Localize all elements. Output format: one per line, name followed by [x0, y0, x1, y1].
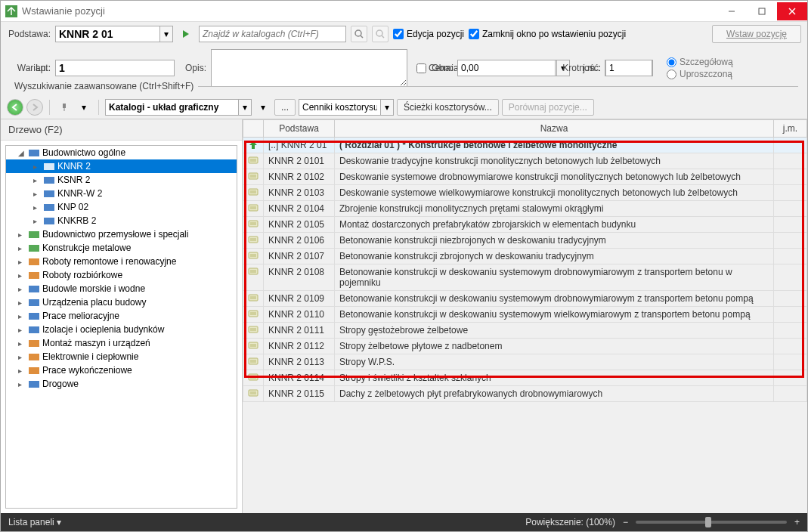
dropdown-icon[interactable]: ▾ [255, 99, 271, 116]
cell-name: Dachy z żelbetowych płyt prefabrykowanyc… [335, 386, 774, 402]
tree-item[interactable]: ▸Roboty remontowe i renowacyjne [6, 255, 237, 268]
worker-orange-icon [28, 256, 40, 267]
dropdown-icon[interactable]: ▾ [76, 99, 92, 116]
table-row[interactable]: [..] KNNR 2 01( Rozdział 01 ) * Konstruk… [243, 138, 807, 153]
cell-code: KNNR 2 0111 [264, 323, 335, 339]
svg-rect-14 [44, 190, 54, 197]
svg-rect-47 [249, 252, 258, 258]
table-row[interactable]: KNNR 2 0114Stropy i świetliki z kształte… [243, 370, 807, 386]
table-row[interactable]: KNNR 2 0105Montaż dostarczonych prefabry… [243, 217, 807, 233]
tree-item[interactable]: ▸KNNR-W 2 [6, 187, 237, 200]
zoom-slider[interactable] [636, 521, 787, 524]
cell-jm [774, 169, 807, 185]
table-row[interactable]: KNNR 2 0108Betonowanie konstrukcji w des… [243, 264, 807, 291]
cell-name: Stropy gęstożebrowe żelbetowe [335, 323, 774, 339]
lista-paneli-button[interactable]: Lista paneli ▾ [8, 517, 61, 527]
col-podstawa[interactable]: Podstawa [264, 120, 335, 138]
cell-jm [774, 323, 807, 339]
tree-item[interactable]: ▸KNNR 2 [6, 159, 237, 173]
table-row[interactable]: KNNR 2 0110Betonowanie konstrukcji w des… [243, 307, 807, 323]
form-row-3: Lp.: Cena: Krotność: [1, 57, 807, 79]
search-icon[interactable] [351, 26, 367, 42]
tree-item[interactable]: ▸KSNR 2 [6, 173, 237, 187]
table-row[interactable]: KNNR 2 0102Deskowanie systemowe drobnowy… [243, 169, 807, 185]
table-row[interactable]: KNNR 2 0107Betonowanie konstrukcji zbroj… [243, 249, 807, 264]
zoom-out-icon[interactable]: − [623, 517, 628, 527]
table-row[interactable]: KNNR 2 0109Betonowanie konstrukcji w des… [243, 291, 807, 307]
zamknij-checkbox[interactable]: Zamknij okno po wstawieniu pozycji [469, 29, 626, 39]
tree-item[interactable]: ▸Budownictwo przemysłowe i specjali [6, 227, 237, 241]
tree-item[interactable]: ▸Konstrukcje metalowe [6, 241, 237, 255]
cena-input[interactable] [457, 60, 556, 76]
table-row[interactable]: KNNR 2 0104Zbrojenie konstrukcji monolit… [243, 201, 807, 217]
tree-item[interactable]: ▸Budowle morskie i wodne [6, 282, 237, 295]
tree-item[interactable]: ▸Prace wykończeniowe [6, 363, 237, 377]
table-row[interactable]: KNNR 2 0106Betonowanie konstrukcji niezb… [243, 233, 807, 249]
wstaw-button[interactable]: Wstaw pozycję [712, 25, 801, 43]
tree-item[interactable]: ▸Drogowe [6, 377, 237, 391]
road-blue-icon [28, 379, 40, 389]
tree-item[interactable]: ▸Roboty rozbiórkowe [6, 268, 237, 282]
tree-box: ◢Budownictwo ogólne▸KNNR 2▸KSNR 2▸KNNR-W… [5, 145, 237, 509]
minimize-button[interactable] [717, 2, 747, 20]
tree-item[interactable]: ◢Budownictwo ogólne [6, 146, 237, 159]
chevron-down-icon[interactable]: ▾ [159, 26, 173, 42]
svg-rect-44 [249, 237, 258, 243]
lp-input[interactable] [55, 60, 175, 76]
col-jm[interactable]: j.m. [774, 120, 807, 138]
forward-icon[interactable] [26, 99, 43, 116]
catalog-search-input[interactable] [199, 26, 346, 42]
table-row[interactable]: KNNR 2 0113Stropy W.P.S. [243, 354, 807, 370]
col-nazwa[interactable]: Nazwa [335, 120, 774, 138]
cenniki-select[interactable]: ▾ [299, 99, 394, 116]
zoom-in-icon[interactable]: + [794, 517, 800, 527]
table-row[interactable]: KNNR 2 0101Deskowanie tradycyjne konstru… [243, 153, 807, 169]
search-next-icon[interactable] [372, 26, 389, 42]
play-icon[interactable] [178, 26, 194, 42]
sciezki-button[interactable]: Ścieżki kosztorysów... [397, 99, 499, 116]
tree-item[interactable]: ▸KNKRB 2 [6, 214, 237, 227]
svg-rect-56 [249, 311, 258, 317]
podstawa-input[interactable] [55, 26, 159, 42]
table-row[interactable]: KNNR 2 0111Stropy gęstożebrowe żelbetowe [243, 323, 807, 339]
cena-label: Cena: [415, 63, 453, 73]
table-row[interactable]: KNNR 2 0112Stropy żelbetowe płytowe z na… [243, 339, 807, 354]
svg-rect-17 [29, 231, 39, 238]
more-button[interactable]: ... [274, 99, 296, 116]
row-icon [243, 354, 264, 370]
tree-item[interactable]: ▸Izolacje i ocieplenia budynków [6, 323, 237, 336]
podstawa-combo[interactable]: ▾ [55, 26, 173, 42]
maximize-button[interactable] [747, 2, 777, 20]
tree-item-label: Elektrownie i ciepłownie [42, 351, 138, 362]
table-row[interactable]: KNNR 2 0115Dachy z żelbetowych płyt pref… [243, 386, 807, 402]
back-icon[interactable] [7, 99, 23, 116]
row-icon [243, 233, 264, 249]
table-row[interactable]: KNNR 2 0103Deskowanie systemowe wielkowy… [243, 185, 807, 201]
tree-item[interactable]: ▸KNP 02 [6, 200, 237, 214]
edycja-checkbox[interactable]: Edycja pozycji [393, 29, 464, 39]
svg-rect-27 [29, 367, 39, 374]
tree-title: Drzewo (F2) [1, 119, 242, 141]
tree-item[interactable]: ▸Prace melioracyjne [6, 309, 237, 323]
pin-icon[interactable] [56, 99, 73, 116]
cell-name: Betonowanie konstrukcji zbrojonych w des… [335, 249, 774, 264]
tree-item-label: KNNR-W 2 [57, 188, 102, 199]
tree-item[interactable]: ▸Urządzenia placu budowy [6, 295, 237, 309]
wrench-orange-icon [28, 338, 40, 348]
porownaj-button[interactable]: Porównaj pozycje... [502, 99, 594, 116]
results-table: Podstawa Nazwa j.m. [..] KNNR 2 01( Rozd… [243, 119, 807, 402]
row-icon [243, 291, 264, 307]
tree-item[interactable]: ▸Elektrownie i ciepłownie [6, 350, 237, 363]
lp-label: Lp.: [7, 63, 51, 73]
cell-code: KNNR 2 0102 [264, 169, 335, 185]
tree-item-label: Roboty remontowe i renowacyjne [42, 256, 176, 267]
close-button[interactable] [777, 2, 807, 20]
view-select[interactable]: ▾ [105, 99, 252, 116]
svg-rect-28 [29, 381, 39, 388]
adv-search-toggle[interactable]: Wyszukiwanie zaawansowane (Ctrl+Shift+F) [1, 79, 807, 96]
cell-name: Betonowanie konstrukcji w deskowaniu sys… [335, 307, 774, 323]
krotnosc-input[interactable] [605, 60, 652, 76]
svg-rect-2 [759, 8, 765, 14]
main-area: Drzewo (F2) ◢Budownictwo ogólne▸KNNR 2▸K… [1, 119, 807, 513]
tree-item[interactable]: ▸Montaż maszyn i urządzeń [6, 336, 237, 350]
